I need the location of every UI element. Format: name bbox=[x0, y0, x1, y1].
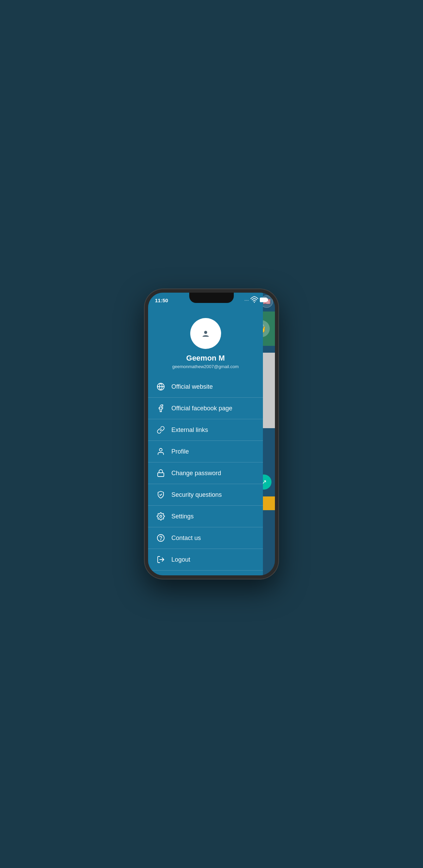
menu-label-logout: Logout bbox=[171, 556, 190, 563]
footer-text: Designed and developed by bbox=[156, 579, 212, 579]
menu-item-logout[interactable]: Logout bbox=[148, 549, 263, 571]
footer-brand: StackBench bbox=[223, 578, 251, 579]
link-icon bbox=[156, 425, 165, 434]
lock-icon bbox=[156, 469, 165, 478]
svg-point-8 bbox=[157, 535, 164, 541]
footer-logo: S StackBench bbox=[214, 577, 251, 579]
svg-point-5 bbox=[159, 448, 162, 451]
avatar bbox=[190, 318, 221, 349]
menu-item-official-facebook[interactable]: Official facebook page bbox=[148, 398, 263, 419]
svg-point-7 bbox=[160, 515, 162, 517]
notch bbox=[189, 293, 234, 303]
svg-point-0 bbox=[254, 302, 255, 303]
status-time: 11:50 bbox=[155, 297, 168, 303]
menu-item-settings[interactable]: Settings bbox=[148, 506, 263, 527]
drawer-footer: Designed and developed by S StackBench bbox=[148, 571, 263, 579]
svg-rect-6 bbox=[158, 473, 164, 477]
help-icon bbox=[156, 533, 165, 542]
wifi-icon bbox=[250, 296, 258, 305]
menu-item-security-questions[interactable]: Security questions bbox=[148, 484, 263, 506]
phone-frame: 11:50 ···· S 🇺🇸 👋 ↗ › bbox=[145, 289, 278, 579]
svg-rect-2 bbox=[267, 298, 268, 301]
menu-label-external-links: External links bbox=[171, 426, 208, 434]
menu-item-official-website[interactable]: Official website bbox=[148, 376, 263, 398]
stackbench-logo-icon: S bbox=[214, 577, 222, 579]
shield-icon bbox=[156, 490, 165, 499]
avatar-icon bbox=[202, 329, 210, 338]
svg-point-3 bbox=[204, 331, 207, 334]
logout-icon bbox=[156, 555, 165, 564]
globe-icon bbox=[156, 382, 165, 391]
menu-list: Official website Official facebook page … bbox=[148, 376, 263, 571]
menu-label-contact-us: Contact us bbox=[171, 535, 201, 542]
status-icons: ···· bbox=[244, 296, 268, 305]
menu-label-change-password: Change password bbox=[171, 470, 221, 477]
signal-dots-icon: ···· bbox=[244, 298, 249, 303]
menu-label-settings: Settings bbox=[171, 513, 194, 520]
facebook-icon bbox=[156, 404, 165, 413]
menu-item-external-links[interactable]: External links bbox=[148, 419, 263, 441]
user-icon bbox=[156, 447, 165, 456]
drawer-menu: Geemon M geemonmathew2007@gmail.com Offi… bbox=[148, 293, 263, 575]
menu-label-official-website: Official website bbox=[171, 383, 213, 390]
profile-section: Geemon M geemonmathew2007@gmail.com bbox=[148, 308, 263, 376]
menu-label-profile: Profile bbox=[171, 448, 189, 455]
gear-icon bbox=[156, 512, 165, 521]
menu-item-change-password[interactable]: Change password bbox=[148, 462, 263, 484]
user-email: geemonmathew2007@gmail.com bbox=[172, 364, 239, 369]
menu-item-contact-us[interactable]: Contact us bbox=[148, 527, 263, 549]
menu-label-official-facebook: Official facebook page bbox=[171, 405, 232, 412]
battery-icon bbox=[260, 296, 268, 305]
menu-item-profile[interactable]: Profile bbox=[148, 441, 263, 462]
menu-label-security-questions: Security questions bbox=[171, 491, 222, 498]
svg-rect-1 bbox=[260, 298, 267, 302]
user-name: Geemon M bbox=[186, 354, 225, 363]
